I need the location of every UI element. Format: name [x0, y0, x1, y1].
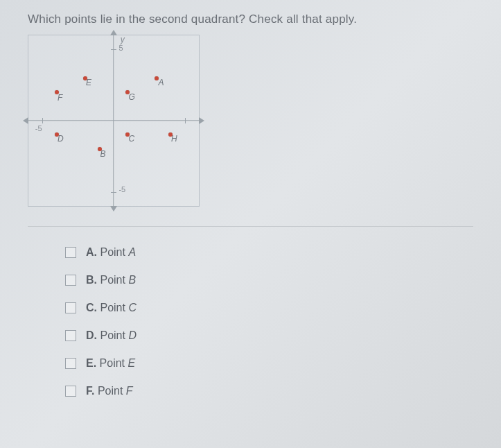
arrow-down-icon — [110, 206, 117, 212]
option-E: E. Point E — [65, 357, 473, 370]
point-A: A — [155, 76, 159, 80]
point-E: E — [83, 76, 87, 80]
tick-label: -5 — [35, 124, 42, 132]
point-F: F — [55, 90, 59, 94]
arrow-right-icon — [199, 117, 204, 124]
arrow-up-icon — [110, 30, 117, 35]
checkbox-A[interactable] — [65, 247, 76, 258]
tick-label: -5 — [118, 185, 125, 193]
option-D: D. Point D — [65, 329, 473, 342]
point-C: C — [125, 132, 130, 137]
coordinate-plane: y 5 -5 -5 A B C D E F G H — [28, 35, 200, 207]
option-label: A. Point A — [86, 246, 136, 259]
option-label: E. Point E — [86, 357, 135, 370]
checkbox-B[interactable] — [65, 275, 76, 286]
checkbox-F[interactable] — [65, 386, 76, 397]
checkbox-E[interactable] — [65, 358, 76, 369]
point-G: G — [125, 90, 130, 94]
checkbox-D[interactable] — [65, 330, 76, 341]
tick-x — [42, 118, 43, 123]
tick-y — [111, 192, 116, 193]
arrow-left-icon — [23, 117, 28, 124]
point-D: D — [55, 132, 59, 137]
divider — [28, 226, 473, 227]
x-axis — [28, 120, 199, 121]
question-text: Which points lie in the second quadrant?… — [28, 12, 473, 26]
tick-y — [111, 49, 116, 50]
option-label: C. Point C — [86, 302, 137, 314]
option-A: A. Point A — [65, 246, 473, 259]
option-label: F. Point F — [86, 385, 133, 397]
answer-options: A. Point A B. Point B C. Point C D. Poin… — [28, 246, 473, 397]
option-label: B. Point B — [86, 274, 136, 286]
option-B: B. Point B — [65, 274, 473, 286]
point-H: H — [168, 132, 173, 137]
option-C: C. Point C — [65, 302, 473, 314]
tick-label: 5 — [118, 44, 123, 52]
point-B: B — [98, 147, 102, 151]
tick-x — [185, 118, 186, 123]
checkbox-C[interactable] — [65, 302, 76, 313]
option-F: F. Point F — [65, 385, 473, 397]
option-label: D. Point D — [86, 329, 137, 342]
y-axis-label: y — [121, 35, 125, 44]
